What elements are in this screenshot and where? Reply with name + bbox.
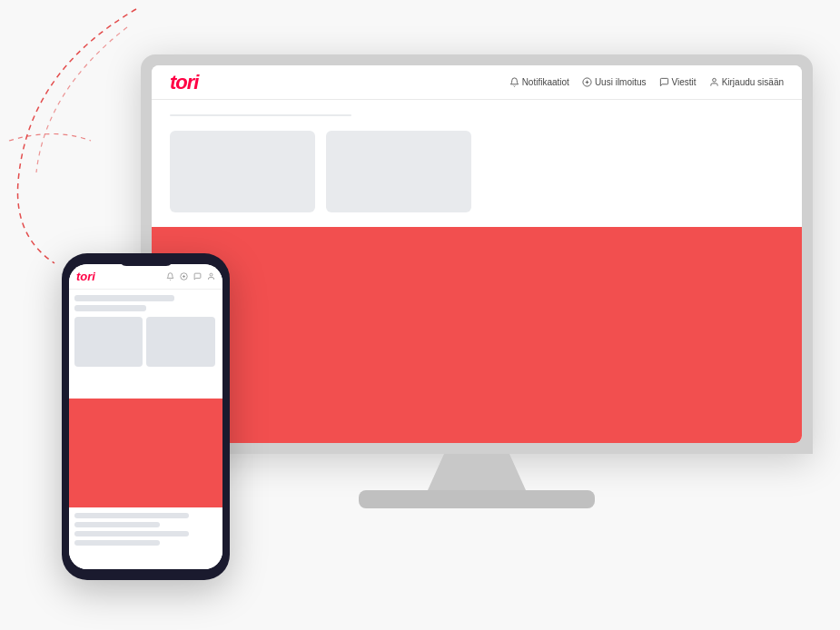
nav-notifications[interactable]: Notifikaatiot [509,77,569,87]
browser-logo: tori [170,71,198,94]
phone-card-row [74,317,217,367]
phone-bottom-line-2 [74,522,160,527]
phone-content [69,290,222,569]
browser-top-section [152,100,802,227]
phone-bell-icon [166,272,174,281]
phone-bottom-line-1 [74,513,189,518]
monitor-screen: tori Notifikaatiot [152,65,802,443]
phone-bottom-line-3 [74,531,189,536]
card-placeholder-1 [170,131,315,212]
svg-point-7 [210,273,212,276]
phone-notch [119,257,173,266]
phone-line-2 [74,305,146,311]
nav-notifications-label: Notifikaatiot [522,77,569,87]
phone-bar: tori [69,264,222,290]
card-placeholder-2 [326,131,471,212]
phone-line-1 [74,295,174,301]
chat-icon [659,77,669,87]
phone: tori [62,253,230,580]
phone-bottom [69,507,222,544]
phone-top [69,290,222,399]
browser-red-section [152,227,802,443]
monitor-stand-neck [422,454,531,490]
plus-circle-icon [582,77,592,87]
phone-bottom-line-4 [74,540,160,546]
phone-nav-icons [166,272,215,281]
card-row [170,131,784,212]
user-icon [709,77,719,87]
svg-point-3 [712,78,716,82]
phone-red-section [69,399,222,507]
phone-plus-icon [180,272,188,281]
phone-card-1 [74,317,143,367]
browser-bar: tori Notifikaatiot [152,65,802,100]
bell-icon [509,77,519,87]
phone-body: tori [62,253,230,580]
browser-nav: Notifikaatiot Uusi ilmoitus [509,77,784,87]
browser-content [152,100,802,443]
nav-new-listing[interactable]: Uusi ilmoitus [582,77,647,87]
deco-lines [0,0,163,272]
phone-chat-icon [193,272,202,281]
nav-new-listing-label: Uusi ilmoitus [595,77,647,87]
nav-login-label: Kirjaudu sisään [722,77,784,87]
search-bar-placeholder [170,114,351,116]
nav-messages-label: Viestit [672,77,697,87]
phone-screen: tori [69,264,222,569]
phone-user-icon [207,272,215,281]
nav-messages[interactable]: Viestit [659,77,697,87]
phone-logo: tori [76,270,95,283]
monitor-screen-outer: tori Notifikaatiot [141,54,813,454]
monitor: tori Notifikaatiot [141,54,813,527]
phone-card-2 [146,317,214,367]
nav-login[interactable]: Kirjaudu sisään [709,77,784,87]
monitor-stand-base [359,490,595,508]
scene: tori Notifikaatiot [0,0,840,630]
